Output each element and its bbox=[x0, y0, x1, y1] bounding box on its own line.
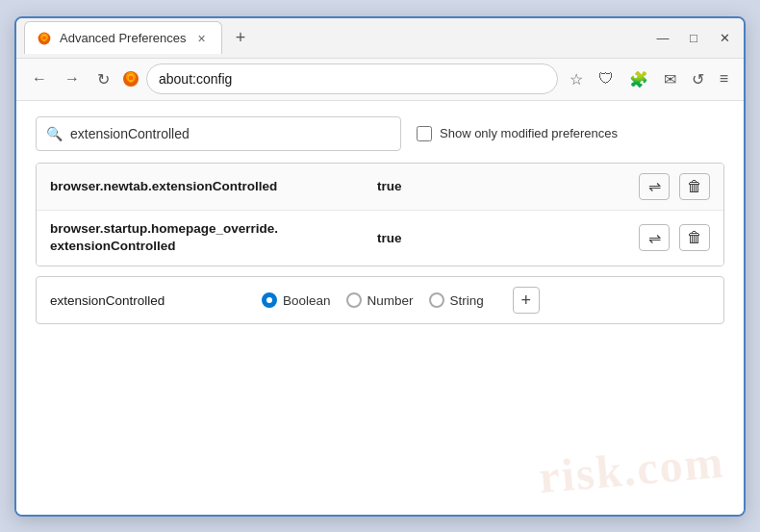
content-area: 🔍 Show only modified preferences browser… bbox=[16, 101, 744, 515]
table-row: browser.newtab.extensionControlled true … bbox=[37, 164, 723, 211]
refresh-button[interactable]: ↻ bbox=[91, 64, 115, 94]
search-input[interactable] bbox=[70, 126, 391, 141]
radio-circle-boolean bbox=[262, 292, 277, 308]
svg-point-3 bbox=[129, 76, 134, 81]
nav-icons: ☆ 🛡 🧩 ✉ ↺ ≡ bbox=[564, 64, 734, 94]
radio-boolean[interactable]: Boolean bbox=[262, 292, 331, 308]
maximize-button[interactable]: □ bbox=[682, 26, 705, 49]
browser-tab[interactable]: Advanced Preferences × bbox=[24, 21, 222, 54]
radio-boolean-label: Boolean bbox=[283, 293, 331, 308]
search-row: 🔍 Show only modified preferences bbox=[36, 116, 724, 151]
pref-actions-1: ⇌ 🗑 bbox=[639, 173, 710, 200]
nav-bar: ← → ↻ about:config ☆ 🛡 🧩 ✉ ↺ ≡ bbox=[16, 59, 744, 101]
search-icon: 🔍 bbox=[46, 126, 63, 141]
shield-icon[interactable]: 🛡 bbox=[593, 64, 620, 93]
extensions-icon[interactable]: 🧩 bbox=[623, 64, 654, 94]
pref-actions-2: ⇌ 🗑 bbox=[639, 224, 710, 251]
radio-circle-number bbox=[346, 292, 362, 308]
show-modified-label: Show only modified preferences bbox=[440, 126, 618, 140]
account-icon[interactable]: ✉ bbox=[658, 64, 682, 94]
reset-icon-1: ⇌ bbox=[648, 177, 661, 195]
add-preference-button[interactable]: + bbox=[513, 287, 540, 314]
address-bar[interactable]: about:config bbox=[146, 63, 558, 94]
show-modified-checkbox[interactable] bbox=[417, 126, 432, 141]
pref-name-2: browser.startup.homepage_override.extens… bbox=[50, 220, 377, 257]
reset-button-1[interactable]: ⇌ bbox=[639, 173, 670, 200]
radio-number[interactable]: Number bbox=[346, 292, 414, 308]
table-row: browser.startup.homepage_override.extens… bbox=[37, 211, 723, 266]
tab-title: Advanced Preferences bbox=[60, 31, 187, 45]
show-modified-row: Show only modified preferences bbox=[417, 126, 618, 141]
reset-icon-2: ⇌ bbox=[648, 229, 661, 247]
delete-icon-2: 🗑 bbox=[687, 229, 702, 246]
address-text: about:config bbox=[159, 71, 232, 87]
tab-favicon bbox=[37, 31, 52, 46]
title-bar: Advanced Preferences × + — □ ✕ bbox=[16, 18, 744, 59]
forward-button[interactable]: → bbox=[59, 64, 86, 93]
firefox-logo-icon bbox=[121, 69, 140, 89]
type-radio-group: Boolean Number String bbox=[262, 292, 484, 308]
delete-button-2[interactable]: 🗑 bbox=[679, 224, 710, 251]
new-tab-button[interactable]: + bbox=[228, 24, 254, 52]
menu-icon[interactable]: ≡ bbox=[714, 64, 734, 93]
new-pref-name: extensionControlled bbox=[50, 293, 242, 308]
delete-icon-1: 🗑 bbox=[687, 178, 702, 195]
radio-number-label: Number bbox=[367, 293, 414, 308]
svg-point-1 bbox=[42, 36, 46, 39]
minimize-button[interactable]: — bbox=[651, 26, 674, 49]
window-controls: — □ ✕ bbox=[651, 26, 736, 49]
add-icon: + bbox=[521, 291, 532, 311]
radio-circle-string bbox=[429, 292, 444, 308]
history-icon[interactable]: ↺ bbox=[686, 64, 710, 94]
tab-close-button[interactable]: × bbox=[194, 29, 210, 48]
back-button[interactable]: ← bbox=[26, 64, 53, 93]
reset-button-2[interactable]: ⇌ bbox=[639, 224, 670, 251]
radio-string-label: String bbox=[450, 293, 484, 308]
pref-name-1: browser.newtab.extensionControlled bbox=[50, 179, 377, 193]
pref-value-1: true bbox=[377, 179, 639, 193]
browser-window: Advanced Preferences × + — □ ✕ ← → ↻ abo… bbox=[14, 16, 746, 517]
delete-button-1[interactable]: 🗑 bbox=[679, 173, 710, 200]
bookmark-icon[interactable]: ☆ bbox=[564, 64, 589, 94]
search-box[interactable]: 🔍 bbox=[36, 116, 401, 151]
close-button[interactable]: ✕ bbox=[713, 26, 736, 49]
pref-value-2: true bbox=[377, 231, 639, 245]
radio-string[interactable]: String bbox=[429, 292, 484, 308]
preferences-table: browser.newtab.extensionControlled true … bbox=[36, 163, 724, 267]
watermark: risk.com bbox=[537, 434, 726, 503]
add-preference-row: extensionControlled Boolean Number Strin… bbox=[36, 276, 724, 324]
